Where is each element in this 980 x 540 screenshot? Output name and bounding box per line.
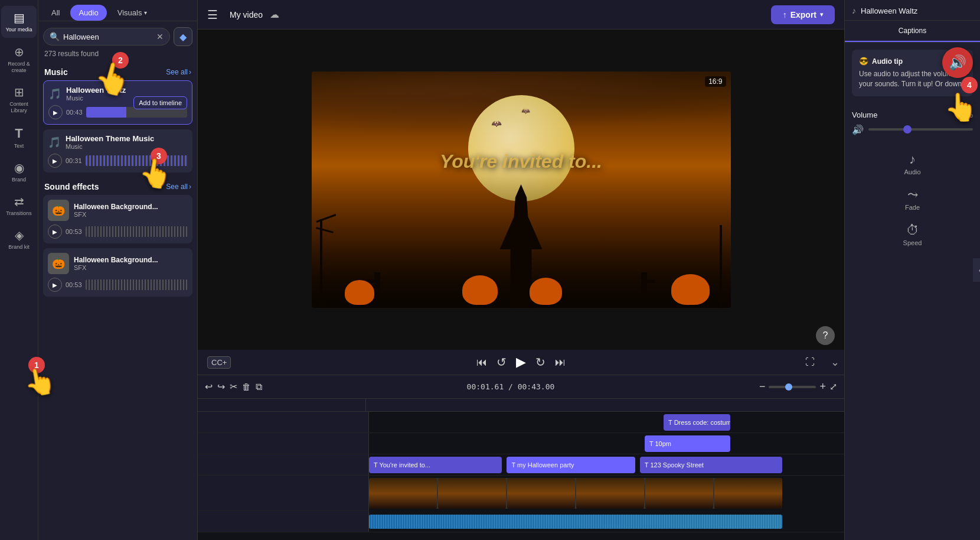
- play-sfx-2[interactable]: ▶: [48, 278, 62, 292]
- sfx-duration-1: 00:53: [66, 228, 82, 235]
- music-title-2: Halloween Theme Music: [66, 134, 188, 143]
- cloud-save-icon: ☁: [270, 9, 279, 20]
- chevron-down-icon: ▾: [144, 9, 147, 16]
- cut-button[interactable]: ✂: [230, 381, 237, 392]
- rp-item-fade[interactable]: ⤳ Fade: [852, 183, 973, 216]
- brand-kit-icon: ◈: [15, 228, 24, 242]
- timeline-ruler: 0 |0:02 |0:04 |0:06 |0:08 |0:10 |0:12 |0…: [198, 399, 844, 412]
- track-content-overlay-top: T Dress code: costume: [369, 412, 844, 432]
- audio-icon: ♪: [909, 152, 916, 167]
- track-audio: [198, 511, 844, 532]
- sidebar-item-text[interactable]: T Text: [1, 121, 37, 154]
- search-icon: 🔍: [50, 32, 60, 41]
- sfx-thumb-1: 🎃: [48, 200, 69, 221]
- tab-audio[interactable]: Audio: [70, 5, 106, 21]
- expand-timeline-button[interactable]: ⤢: [829, 381, 837, 392]
- hand-cursor-4: 👆: [944, 91, 978, 123]
- right-panel: ♪ Halloween Waltz Captions 😎 Audio tip U…: [844, 0, 980, 540]
- clip-halloween-party[interactable]: T my Halloween party: [507, 457, 635, 473]
- panel-tabs: All Audio Visuals ▾: [38, 0, 197, 21]
- text-icon: T: [15, 126, 22, 141]
- help-button[interactable]: ?: [816, 326, 835, 345]
- clip-dress-code[interactable]: T Dress code: costume: [664, 414, 730, 431]
- video-background: 🦇 🦇 You're invited to...: [312, 71, 731, 308]
- sfx-item-1[interactable]: 🎃 Halloween Background... SFX ▶ 00:53: [43, 195, 192, 243]
- clip-spooky-street[interactable]: T 123 Spooky Street: [640, 457, 783, 473]
- sidebar-item-transitions[interactable]: ⇄ Transitions: [1, 190, 37, 221]
- rewind-button[interactable]: ↺: [496, 355, 507, 369]
- sfx-chevron-right-icon: ›: [189, 183, 191, 191]
- content-library-icon: ⊞: [14, 85, 24, 99]
- merge-button[interactable]: ⧉: [256, 382, 262, 392]
- audio-panel-icon: ♪: [852, 6, 856, 15]
- sidebar-item-record-create[interactable]: ⊕ Record &create: [1, 40, 37, 79]
- delete-button[interactable]: 🗑: [242, 382, 251, 392]
- play-halloween-waltz[interactable]: ▶: [48, 105, 63, 119]
- play-halloween-theme[interactable]: ▶: [48, 154, 62, 168]
- sidebar-item-brand[interactable]: ◉ Brand: [1, 156, 37, 187]
- tab-all[interactable]: All: [43, 5, 68, 21]
- clip-10pm[interactable]: T 10pm: [645, 435, 730, 452]
- sfx-waveform-2: [86, 279, 188, 290]
- volume-avatar: 🔊: [942, 47, 973, 78]
- music-type-2: Music: [66, 143, 188, 150]
- topbar: ☰ My video ☁ ↑ Export ▾: [198, 0, 844, 30]
- zoom-in-button[interactable]: +: [819, 380, 826, 393]
- video-overlay-text: You're invited to...: [440, 151, 602, 173]
- track-content-video: [369, 476, 844, 511]
- hand-cursor-1: 👆: [21, 364, 58, 400]
- undo-button[interactable]: ↩: [205, 381, 213, 392]
- timeline-time: 00:01.61 / 00:43.00: [267, 382, 754, 391]
- volume-label: Volume: [852, 110, 877, 119]
- clip-invited[interactable]: T You're invited to...: [369, 457, 502, 473]
- music-see-all[interactable]: See all ›: [166, 68, 191, 76]
- sfx-section-title: Sound effects: [44, 182, 99, 191]
- video-frame: 🦇 🦇 You're invited to... 16:9: [312, 71, 731, 308]
- export-button[interactable]: ↑ Export ▾: [771, 5, 835, 24]
- search-input[interactable]: [63, 32, 153, 41]
- clear-search-icon[interactable]: ✕: [156, 32, 164, 41]
- left-sidebar: ▤ Your media ⊕ Record &create ⊞ ContentL…: [0, 0, 38, 540]
- zoom-slider[interactable]: [769, 386, 816, 388]
- project-name: My video: [230, 10, 263, 19]
- sidebar-item-content-library[interactable]: ⊞ ContentLibrary: [1, 80, 37, 119]
- track-main-text: T You're invited to... T my Halloween pa…: [198, 454, 844, 476]
- main-area: ☰ My video ☁ ↑ Export ▾: [198, 0, 844, 540]
- tab-visuals[interactable]: Visuals ▾: [109, 5, 156, 21]
- sfx-waveform-1: [86, 226, 188, 237]
- add-to-timeline-button[interactable]: Add to timeline: [133, 96, 187, 109]
- clip-video[interactable]: [369, 478, 782, 509]
- export-chevron-icon: ▾: [820, 11, 823, 18]
- skip-back-button[interactable]: ⏮: [476, 356, 487, 369]
- sidebar-item-your-media[interactable]: ▤ Your media: [1, 6, 37, 38]
- rp-tab-captions[interactable]: Captions: [845, 21, 980, 42]
- track-label-main-text: [198, 454, 369, 475]
- expand-panel-button[interactable]: ⌄: [831, 356, 839, 369]
- forward-button[interactable]: ↻: [535, 355, 545, 369]
- redo-button[interactable]: ↪: [217, 381, 225, 392]
- export-icon: ↑: [783, 10, 787, 19]
- rp-item-audio[interactable]: ♪ Audio: [852, 147, 973, 180]
- track-label-video: [198, 476, 369, 510]
- right-panel-tabs: Captions: [845, 21, 980, 43]
- premium-filter-button[interactable]: ◆: [174, 27, 192, 46]
- zoom-out-button[interactable]: −: [759, 380, 766, 393]
- skip-forward-button[interactable]: ⏭: [555, 356, 566, 369]
- play-pause-button[interactable]: ▶: [516, 354, 526, 370]
- video-area: 🦇 🦇 You're invited to... 16:9 CC+ ⏮ ↺ ▶ …: [198, 30, 844, 375]
- sidebar-item-brand-kit[interactable]: ◈ Brand kit: [1, 223, 37, 255]
- fullscreen-button[interactable]: ⛶: [805, 357, 815, 367]
- timeline-toolbar: ↩ ↪ ✂ 🗑 ⧉ 00:01.61 / 00:43.00 − + ⤢: [198, 375, 844, 399]
- captions-button[interactable]: CC+: [207, 356, 231, 369]
- volume-slider[interactable]: [868, 128, 973, 131]
- track-content-audio: [369, 511, 844, 532]
- sfx-duration-2: 00:53: [66, 281, 82, 288]
- play-sfx-1[interactable]: ▶: [48, 225, 62, 239]
- track-content-main-text: T You're invited to... T my Halloween pa…: [369, 454, 844, 475]
- right-panel-title: Halloween Waltz: [861, 6, 917, 15]
- sfx-item-2[interactable]: 🎃 Halloween Background... SFX ▶ 00:53: [43, 248, 192, 297]
- rp-item-speed[interactable]: ⏱ Speed: [852, 218, 973, 251]
- clip-audio[interactable]: [369, 515, 782, 529]
- hamburger-menu[interactable]: ☰: [207, 8, 218, 22]
- music-note-icon: 🎵: [48, 87, 61, 100]
